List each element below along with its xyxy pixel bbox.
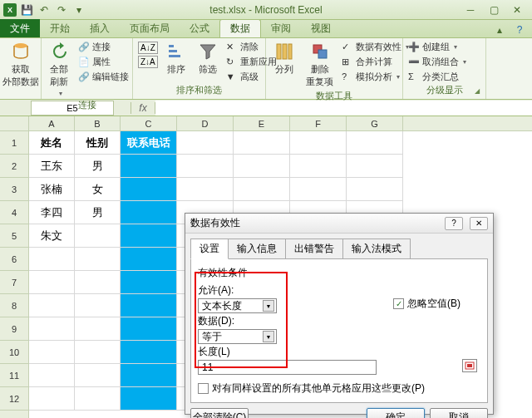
- cell[interactable]: [75, 364, 121, 387]
- maximize-button[interactable]: ▢: [482, 2, 505, 17]
- row-header[interactable]: 3: [0, 178, 28, 201]
- row-header[interactable]: 9: [0, 317, 28, 341]
- row-header[interactable]: 5: [0, 224, 28, 248]
- cell[interactable]: [121, 317, 177, 341]
- dialog-tab-settings[interactable]: 设置: [190, 239, 229, 259]
- column-header[interactable]: G: [347, 116, 403, 130]
- ok-button[interactable]: 确定: [367, 408, 425, 418]
- column-header[interactable]: B: [75, 116, 121, 130]
- cell[interactable]: [29, 387, 75, 411]
- outline-launcher-icon[interactable]: ◢: [472, 87, 482, 97]
- row-header[interactable]: 1: [0, 131, 28, 155]
- cell[interactable]: [347, 131, 403, 155]
- cell[interactable]: [29, 317, 75, 341]
- length-input[interactable]: [198, 360, 377, 375]
- what-if-button[interactable]: ?模拟分析▾: [340, 70, 411, 84]
- cell[interactable]: [29, 294, 75, 317]
- dialog-tab-ime-mode[interactable]: 输入法模式: [342, 239, 411, 259]
- dialog-tab-input-message[interactable]: 输入信息: [228, 239, 286, 259]
- ungroup-button[interactable]: ➖取消组合▾: [406, 55, 468, 69]
- qat-customize-icon[interactable]: ▾: [71, 2, 86, 17]
- subtotal-button[interactable]: Σ分类汇总: [406, 70, 468, 84]
- cell[interactable]: [290, 131, 347, 155]
- cell[interactable]: 张楠: [29, 178, 75, 201]
- cell[interactable]: [29, 248, 75, 271]
- help-icon[interactable]: ?: [512, 22, 527, 37]
- column-header[interactable]: D: [177, 116, 234, 130]
- cell[interactable]: [121, 248, 177, 271]
- cell[interactable]: [234, 155, 290, 178]
- cell[interactable]: [29, 364, 75, 387]
- cell[interactable]: [290, 155, 347, 178]
- select-all-corner[interactable]: [0, 116, 28, 131]
- dialog-titlebar[interactable]: 数据有效性 ? ✕: [185, 214, 493, 234]
- cell[interactable]: [177, 131, 234, 155]
- cell[interactable]: [121, 387, 177, 411]
- row-header[interactable]: 8: [0, 294, 28, 317]
- cell[interactable]: [121, 201, 177, 224]
- cell[interactable]: [75, 341, 121, 364]
- cell[interactable]: [121, 341, 177, 364]
- cell[interactable]: [75, 271, 121, 294]
- cell[interactable]: 王东: [29, 155, 75, 178]
- cell[interactable]: [121, 155, 177, 178]
- column-header[interactable]: A: [29, 116, 75, 130]
- clear-all-button[interactable]: 全部清除(C): [190, 408, 249, 418]
- row-header[interactable]: 4: [0, 201, 28, 224]
- range-picker-button[interactable]: [462, 359, 477, 372]
- row-header[interactable]: 2: [0, 155, 28, 178]
- tab-formulas[interactable]: 公式: [180, 19, 219, 37]
- allow-combo[interactable]: 文本长度▼: [198, 298, 277, 313]
- tab-data[interactable]: 数据: [219, 19, 261, 37]
- cell[interactable]: [75, 224, 121, 248]
- row-header[interactable]: 10: [0, 341, 28, 364]
- apply-others-checkbox[interactable]: [198, 383, 209, 394]
- column-header[interactable]: E: [234, 116, 290, 130]
- cell[interactable]: [234, 178, 290, 201]
- dialog-help-button[interactable]: ?: [445, 217, 463, 230]
- column-header[interactable]: C: [121, 116, 177, 130]
- cell[interactable]: 李四: [29, 201, 75, 224]
- refresh-all-button[interactable]: 全部刷新▾: [45, 40, 75, 99]
- sort-button[interactable]: 排序: [161, 40, 191, 77]
- cell[interactable]: [75, 248, 121, 271]
- cell[interactable]: [75, 317, 121, 341]
- sort-za-icon[interactable]: Z↓A: [138, 56, 158, 68]
- row-header[interactable]: 12: [0, 387, 28, 411]
- cell[interactable]: 性别: [75, 131, 121, 155]
- remove-duplicates-button[interactable]: 删除 重复项: [301, 40, 338, 90]
- qat-redo-icon[interactable]: ↷: [54, 2, 69, 17]
- sort-az-icon[interactable]: A↓Z: [138, 42, 158, 54]
- data-combo[interactable]: 等于▼: [198, 329, 277, 344]
- cell[interactable]: [347, 178, 403, 201]
- cell[interactable]: [121, 271, 177, 294]
- cell[interactable]: 男: [75, 201, 121, 224]
- edit-links-button[interactable]: 🔗编辑链接: [76, 70, 131, 84]
- cell[interactable]: [29, 271, 75, 294]
- cell[interactable]: [234, 131, 290, 155]
- ignore-blank-checkbox[interactable]: ✓: [393, 298, 404, 309]
- group-button[interactable]: ➕创建组▾: [406, 40, 468, 54]
- cell[interactable]: [75, 387, 121, 411]
- cell[interactable]: [347, 155, 403, 178]
- connections-button[interactable]: 🔗连接: [76, 40, 131, 54]
- cell[interactable]: [177, 178, 234, 201]
- row-header[interactable]: 6: [0, 248, 28, 271]
- row-header[interactable]: 11: [0, 364, 28, 387]
- data-validation-button[interactable]: ✓数据有效性▾: [340, 40, 411, 54]
- properties-button[interactable]: 📄属性: [76, 55, 131, 69]
- cell[interactable]: [121, 364, 177, 387]
- ribbon-minimize-icon[interactable]: ▴: [492, 22, 507, 37]
- close-button[interactable]: ✕: [505, 2, 529, 17]
- cell[interactable]: [121, 224, 177, 248]
- cell[interactable]: [121, 294, 177, 317]
- get-external-data-button[interactable]: 获取 外部数据: [0, 40, 44, 90]
- cell[interactable]: [75, 294, 121, 317]
- filter-button[interactable]: 筛选: [193, 40, 223, 77]
- consolidate-button[interactable]: ⊞合并计算: [340, 55, 411, 69]
- column-header[interactable]: F: [290, 116, 347, 130]
- cell[interactable]: 女: [75, 178, 121, 201]
- cell[interactable]: [290, 178, 347, 201]
- row-header[interactable]: 7: [0, 271, 28, 294]
- cell[interactable]: 联系电话: [121, 131, 177, 155]
